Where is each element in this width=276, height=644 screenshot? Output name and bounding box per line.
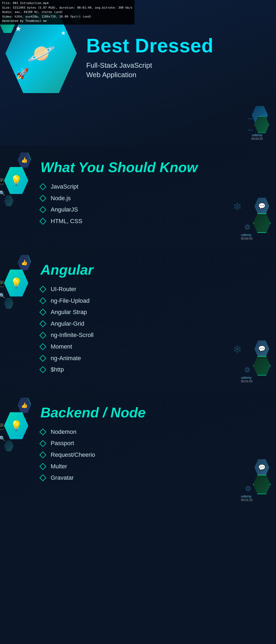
video-video: Video: h264, yuv420p, 1280x720, 30.00 fp…: [2, 15, 132, 19]
list-item-b4: Multer: [51, 463, 67, 471]
hero-hex-bg: 🪐 ★ ★ 🚀 ★: [5, 13, 77, 93]
s2-search-icon: 🔍: [0, 293, 5, 299]
video-size: Size: 5311993 bytes (5.07 MiB), duration…: [2, 6, 132, 10]
hero-planet-icon: 🪐: [27, 42, 56, 65]
diamond-icon-b4: [39, 463, 46, 470]
list-item-a7: ng-Animate: [51, 355, 81, 362]
diamond-icon-a7: [39, 355, 46, 362]
s3-chat-hex: 💬: [254, 459, 269, 476]
list-item-a8: $http: [51, 366, 64, 374]
diamond-icon-a2: [39, 297, 46, 304]
list-item-a3: Angular Strap: [51, 308, 87, 316]
udemy-label-1: udemy: [252, 133, 262, 137]
list-item-angular-strap: Angular Strap: [40, 308, 241, 316]
diamond-icon-a4: [39, 320, 46, 327]
section3-heading: Backend / Node: [40, 404, 241, 421]
list-item-gravatar: Gravatar: [40, 474, 241, 482]
list-item-a1: UI-Router: [51, 285, 76, 293]
hero-subtitle: Full-Stack JavaScript Web Application: [86, 61, 276, 80]
list-item-label-4: HTML, CSS: [51, 217, 82, 225]
s1-green-hex: [253, 213, 271, 233]
s2-dark-hex-bl: [4, 298, 13, 309]
section1-left-deco: 👍 💡 📱 🔍: [4, 152, 31, 206]
list-item-b1: Nodemon: [51, 428, 76, 436]
video-info-bar: File: 001 Introduction.mp4 Size: 5311993…: [0, 0, 134, 25]
s3-gear-icon: ⚙: [245, 485, 251, 493]
list-item-angularjs: AngularJS: [40, 206, 241, 214]
timestamp-4: 00:01:25: [241, 498, 271, 502]
s2-right-deco: ❄ 💬 ⚙ udemy 00:01:03: [241, 340, 271, 383]
diamond-icon-1: [39, 183, 46, 190]
s3-main-hex: 💡: [4, 412, 28, 439]
list-item-b3: Request/Cheerio: [51, 451, 95, 459]
hero-star-1: ★: [15, 24, 22, 33]
s1-right-deco: ❄ 💬 ⚙ udemy 00:00:43: [241, 198, 271, 240]
list-item-b2: Passport: [51, 439, 74, 447]
udemy-label-3: udemy: [241, 376, 271, 380]
udemy-label-2: udemy: [241, 233, 271, 237]
section3-content: Backend / Node Nodemon Passport Request/…: [40, 399, 276, 482]
section3-left-deco: 👍 💡 📱 🔍: [4, 398, 31, 451]
s1-phone-icon: 📱: [0, 178, 5, 185]
list-item-a2: ng-File-Upload: [51, 297, 89, 305]
section1-content: What You Should Know JavaScript Node.js …: [40, 154, 276, 225]
s3-search-icon: 🔍: [0, 435, 5, 441]
s1-gear-icon: ⚙: [244, 223, 250, 231]
diamond-icon-a3: [39, 309, 46, 316]
s1-main-hex: 💡: [4, 167, 28, 194]
list-item-label-1: JavaScript: [51, 183, 78, 191]
s2-phone-icon: 📱: [0, 281, 5, 288]
list-item-a6: Moment: [51, 343, 72, 351]
diamond-icon-b1: [39, 428, 46, 435]
s3-dark-hex-bl: [4, 441, 13, 451]
section1-heading: What You Should Know: [40, 159, 241, 175]
s3-green-hex: [253, 475, 271, 494]
list-item-a5: ng-Infinite-Scroll: [51, 331, 94, 339]
s2-green-hex: [253, 356, 271, 376]
s3-right-deco: 💬 ⚙ udemy 00:01:25: [241, 459, 271, 502]
list-item-moment: Moment: [40, 343, 241, 351]
s2-main-hex: 💡: [4, 270, 28, 297]
udemy-badge-1: udemy 00:00:22: [245, 106, 269, 140]
list-item-request-cheerio: Request/Cheerio: [40, 451, 241, 459]
list-item-label-2: Node.js: [51, 195, 71, 202]
s1-search-icon: 🔍: [0, 190, 5, 196]
s2-gear-icon: ⚙: [244, 366, 250, 374]
diamond-icon-a8: [39, 366, 46, 373]
list-item-html-css: HTML, CSS: [40, 217, 241, 225]
s2-snowflake: ❄: [233, 343, 242, 356]
udemy-hex-cluster-1: [245, 106, 269, 133]
s1-dark-hex-bl: [4, 195, 13, 206]
section2-left-deco: 👍 💡 📱 🔍: [4, 255, 31, 309]
diamond-icon-3: [39, 206, 46, 213]
diamond-icon-2: [39, 195, 46, 202]
timestamp-2: 00:00:43: [241, 237, 271, 240]
diamond-icon-a5: [39, 332, 46, 339]
list-item-label-3: AngularJS: [51, 206, 78, 214]
diamond-icon-b5: [39, 475, 46, 481]
diamond-icon-b3: [39, 452, 46, 458]
list-item-passport: Passport: [40, 439, 241, 447]
s3-phone-icon: 📱: [0, 423, 5, 430]
list-item-a4: Angular-Grid: [51, 320, 84, 328]
section2-heading: Angular: [40, 262, 241, 278]
video-audio: Audio: aac, 44100 Hz, stereo (und): [2, 10, 132, 15]
section2-content: Angular UI-Router ng-File-Upload Angular…: [40, 256, 276, 374]
list-item-ng-animate: ng-Animate: [40, 355, 241, 362]
s1-snowflake: ❄: [233, 200, 242, 213]
timestamp-3: 00:01:03: [241, 380, 271, 383]
udemy-label-4: udemy: [241, 494, 271, 498]
list-item-angular-grid: Angular-Grid: [40, 320, 241, 328]
diamond-icon-a6: [39, 343, 46, 350]
list-item-nodejs: Node.js: [40, 195, 241, 202]
udemy-hex-outline-1: [245, 119, 255, 130]
hero-title: Best Dressed: [86, 35, 276, 56]
list-item-ui-router: UI-Router: [40, 285, 241, 293]
s1-chat-hex: 💬: [254, 198, 269, 214]
list-item-ng-file-upload: ng-File-Upload: [40, 297, 241, 305]
timestamp-1: 00:00:22: [251, 137, 263, 140]
list-item-nodemon: Nodemon: [40, 428, 241, 436]
list-item-b5: Gravatar: [51, 474, 74, 482]
diamond-icon-4: [39, 218, 46, 224]
hero-star-2: ★: [61, 30, 66, 37]
